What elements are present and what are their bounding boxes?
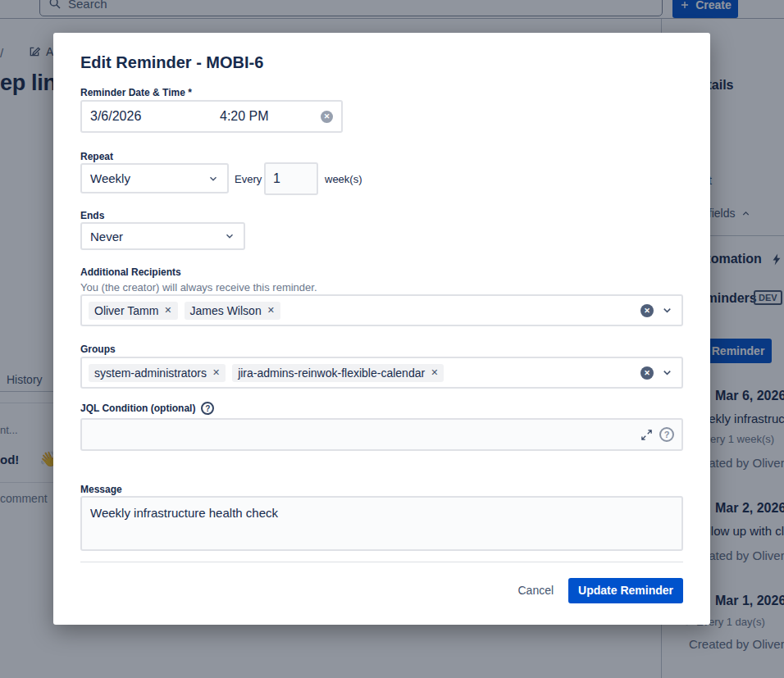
repeat-select[interactable]: Weekly <box>80 163 229 193</box>
group-tag: jira-admins-reinwok-flexible-calendar ✕ <box>232 364 444 382</box>
recipient-tag: Oliver Tamm ✕ <box>89 302 178 320</box>
edit-reminder-dialog: Edit Reminder - MOBI-6 Reminder Date & T… <box>53 33 710 625</box>
clear-datetime-icon[interactable]: ✕ <box>321 111 333 123</box>
recipients-helper: You (the creator) will always receive th… <box>80 281 317 293</box>
recipients-label: Additional Recipients <box>80 266 181 278</box>
chevron-down-icon[interactable] <box>661 366 673 379</box>
chevron-down-icon <box>224 230 235 242</box>
screen: Search Create / Add ep link History nt..… <box>0 0 784 678</box>
datetime-label: Reminder Date & Time * <box>80 87 192 98</box>
cancel-button[interactable]: Cancel <box>508 579 563 602</box>
remove-tag-icon[interactable]: ✕ <box>431 367 438 378</box>
ends-value: Never <box>90 230 123 243</box>
every-label: Every <box>235 173 262 185</box>
time-value[interactable]: 4:20 PM <box>220 109 269 124</box>
footer-divider <box>80 562 683 562</box>
groups-label: Groups <box>80 344 116 355</box>
interval-input[interactable] <box>264 162 318 195</box>
chevron-down-icon <box>207 173 219 184</box>
ends-label: Ends <box>80 210 104 221</box>
remove-tag-icon[interactable]: ✕ <box>212 367 220 378</box>
message-textarea[interactable]: Weekly infrastructure health check <box>80 496 683 551</box>
clear-all-icon[interactable]: ✕ <box>640 304 654 317</box>
dialog-footer: Cancel Update Reminder <box>80 577 683 603</box>
remove-tag-icon[interactable]: ✕ <box>267 305 275 316</box>
clear-all-icon[interactable]: ✕ <box>640 366 654 380</box>
recipient-tag: James Wilson ✕ <box>185 302 280 320</box>
dialog-title: Edit Reminder - MOBI-6 <box>80 53 263 72</box>
expand-icon[interactable] <box>640 429 653 441</box>
jql-label-row: JQL Condition (optional) ? <box>80 402 214 415</box>
jql-input[interactable] <box>89 420 634 449</box>
unit-label: week(s) <box>325 173 362 185</box>
ends-select[interactable]: Never <box>80 222 245 250</box>
update-reminder-button[interactable]: Update Reminder <box>568 578 683 603</box>
repeat-value: Weekly <box>90 171 130 185</box>
help-icon[interactable]: ? <box>201 402 214 415</box>
chevron-down-icon[interactable] <box>661 304 673 316</box>
message-label: Message <box>80 484 122 495</box>
jql-label: JQL Condition (optional) <box>80 403 195 414</box>
groups-multiselect[interactable]: system-administrators ✕ jira-admins-rein… <box>80 357 683 389</box>
jql-help-icon[interactable]: ? <box>659 427 674 442</box>
datetime-field[interactable]: 3/6/2026 4:20 PM ✕ <box>80 100 343 133</box>
recipients-multiselect[interactable]: Oliver Tamm ✕ James Wilson ✕ ✕ <box>80 294 683 326</box>
jql-field[interactable]: ? <box>80 418 683 451</box>
repeat-label: Repeat <box>80 151 113 162</box>
remove-tag-icon[interactable]: ✕ <box>164 305 171 316</box>
date-value[interactable]: 3/6/2026 <box>90 109 220 124</box>
group-tag: system-administrators ✕ <box>89 364 226 382</box>
